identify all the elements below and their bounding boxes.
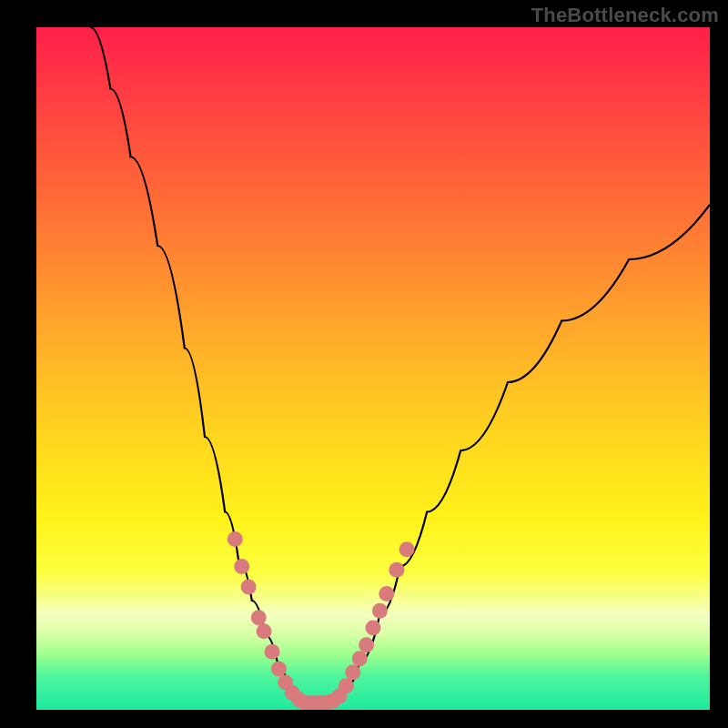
curve-marker — [234, 559, 249, 574]
curve-marker — [379, 586, 394, 602]
curve-marker — [265, 644, 280, 660]
watermark-text: TheBottleneck.com — [531, 4, 719, 27]
curve-marker — [359, 637, 374, 652]
curve-marker — [241, 580, 257, 595]
curve-marker — [389, 562, 404, 578]
curve-marker — [228, 531, 243, 547]
curve-marker — [352, 651, 368, 666]
curve-marker — [271, 662, 287, 677]
bottleneck-curve-path — [90, 27, 710, 703]
curve-marker — [345, 664, 360, 680]
curve-marker — [372, 603, 388, 619]
curve-marker — [366, 621, 381, 636]
chart-frame: TheBottleneck.com — [0, 0, 728, 728]
curve-markers-group — [228, 531, 415, 710]
curve-marker — [399, 541, 415, 557]
curve-marker — [257, 623, 272, 639]
curve-marker — [251, 610, 267, 625]
curve-marker — [339, 678, 354, 693]
bottleneck-curve-svg — [36, 27, 710, 710]
